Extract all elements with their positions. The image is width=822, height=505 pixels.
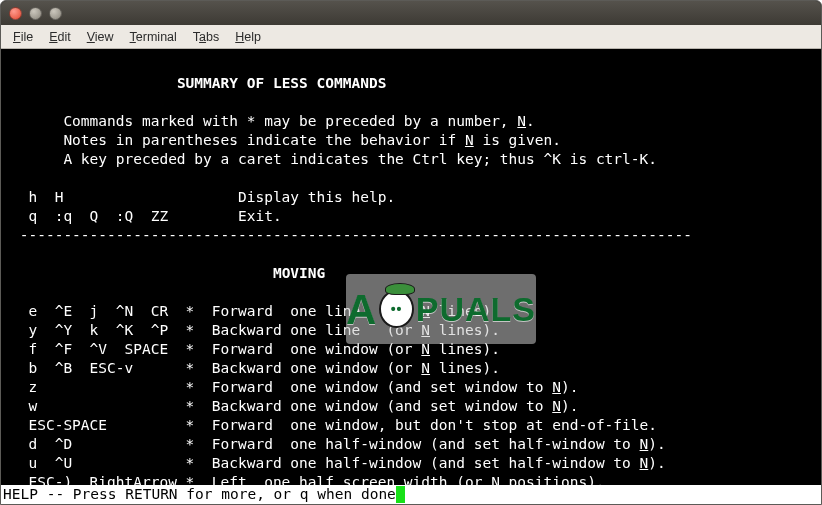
cursor <box>396 486 405 503</box>
window-buttons <box>9 7 62 20</box>
menu-edit[interactable]: Edit <box>43 28 77 46</box>
close-button[interactable] <box>9 7 22 20</box>
terminal-window: FileEditViewTerminalTabsHelp SUMMARY OF … <box>0 0 822 505</box>
status-line: HELP -- Press RETURN for more, or q when… <box>1 485 821 504</box>
maximize-button[interactable] <box>49 7 62 20</box>
menu-terminal[interactable]: Terminal <box>124 28 183 46</box>
terminal-viewport[interactable]: SUMMARY OF LESS COMMANDS Commands marked… <box>1 49 821 504</box>
menu-view[interactable]: View <box>81 28 120 46</box>
menubar: FileEditViewTerminalTabsHelp <box>1 25 821 49</box>
minimize-button[interactable] <box>29 7 42 20</box>
menu-file[interactable]: File <box>7 28 39 46</box>
terminal-content: SUMMARY OF LESS COMMANDS Commands marked… <box>11 55 811 492</box>
status-text: HELP -- Press RETURN for more, or q when… <box>3 485 396 504</box>
menu-tabs[interactable]: Tabs <box>187 28 225 46</box>
menu-help[interactable]: Help <box>229 28 267 46</box>
titlebar[interactable] <box>1 1 821 25</box>
